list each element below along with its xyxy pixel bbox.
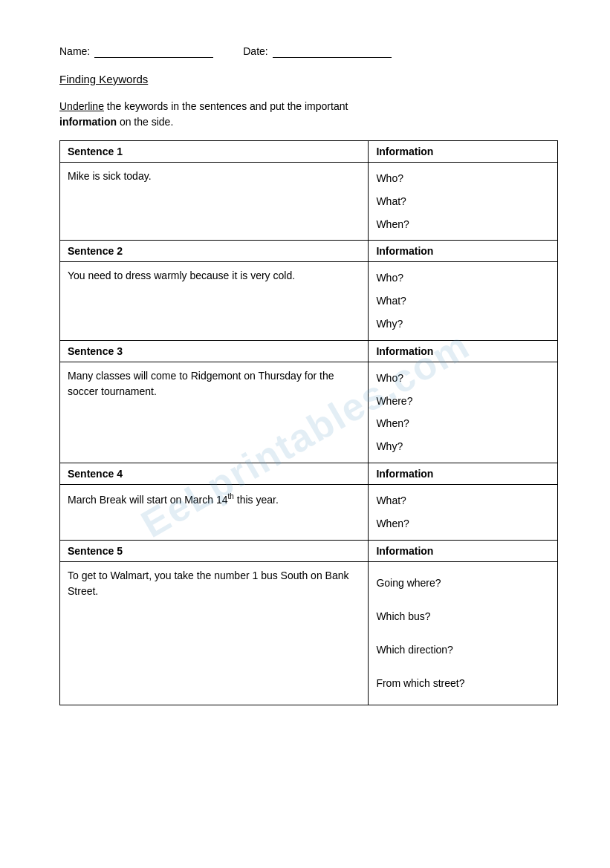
info5-header: Information bbox=[369, 540, 558, 561]
table-row: Many classes will come to Ridgemont on T… bbox=[60, 362, 558, 463]
info5-item3: Which direction? bbox=[376, 636, 550, 670]
bold-word: information bbox=[59, 116, 117, 128]
info1-header: Information bbox=[369, 141, 558, 163]
sentence2-text: You need to dress warmly because it is v… bbox=[60, 262, 369, 340]
date-label: Date: bbox=[243, 45, 267, 57]
instructions-rest: the keywords in the sentences and put th… bbox=[104, 100, 348, 112]
page-title: Finding Keywords bbox=[59, 73, 558, 85]
name-field: Name: bbox=[59, 45, 213, 58]
sentence1-header: Sentence 1 bbox=[60, 141, 369, 163]
sentence5-header: Sentence 5 bbox=[60, 540, 369, 561]
sentence5-text: To get to Walmart, you take the number 1… bbox=[60, 561, 369, 705]
table-row: You need to dress warmly because it is v… bbox=[60, 262, 558, 340]
sentence3-text: Many classes will come to Ridgemont on T… bbox=[60, 362, 369, 463]
info2-header: Information bbox=[369, 241, 558, 262]
table-row: To get to Walmart, you take the number 1… bbox=[60, 561, 558, 705]
header-row: Name: Date: bbox=[59, 45, 558, 58]
instructions-rest2: on the side. bbox=[117, 116, 173, 128]
name-label: Name: bbox=[59, 45, 90, 57]
sentence4-text: March Break will start on March 14th thi… bbox=[60, 484, 369, 540]
info3-header: Information bbox=[369, 340, 558, 362]
table-row: Mike is sick today. Who? What? When? bbox=[60, 163, 558, 241]
sentence1-text: Mike is sick today. bbox=[60, 163, 369, 241]
underline-word: Underline bbox=[59, 100, 104, 112]
table-row: Sentence 5 Information bbox=[60, 540, 558, 561]
info5-item1: Going where? bbox=[376, 570, 550, 603]
info4-header: Information bbox=[369, 463, 558, 484]
sentence4-header: Sentence 4 bbox=[60, 463, 369, 484]
info3-cell: Who? Where? When? Why? bbox=[369, 362, 558, 463]
info4-cell: What? When? bbox=[369, 484, 558, 540]
keywords-table: Sentence 1 Information Mike is sick toda… bbox=[59, 140, 558, 705]
instructions: Underline the keywords in the sentences … bbox=[59, 99, 558, 130]
table-row: Sentence 2 Information bbox=[60, 241, 558, 262]
info1-cell: Who? What? When? bbox=[369, 163, 558, 241]
table-row: Sentence 4 Information bbox=[60, 463, 558, 484]
table-row: Sentence 1 Information bbox=[60, 141, 558, 163]
sentence2-header: Sentence 2 bbox=[60, 241, 369, 262]
info2-cell: Who? What? Why? bbox=[369, 262, 558, 340]
date-field: Date: bbox=[243, 45, 391, 58]
info5-item2: Which bus? bbox=[376, 603, 550, 636]
table-row: Sentence 3 Information bbox=[60, 340, 558, 362]
name-blank bbox=[94, 45, 213, 58]
date-blank bbox=[273, 45, 392, 58]
table-row: March Break will start on March 14th thi… bbox=[60, 484, 558, 540]
info5-item4: From which street? bbox=[376, 670, 550, 697]
info5-cell: Going where? Which bus? Which direction?… bbox=[369, 561, 558, 705]
sentence3-header: Sentence 3 bbox=[60, 340, 369, 362]
